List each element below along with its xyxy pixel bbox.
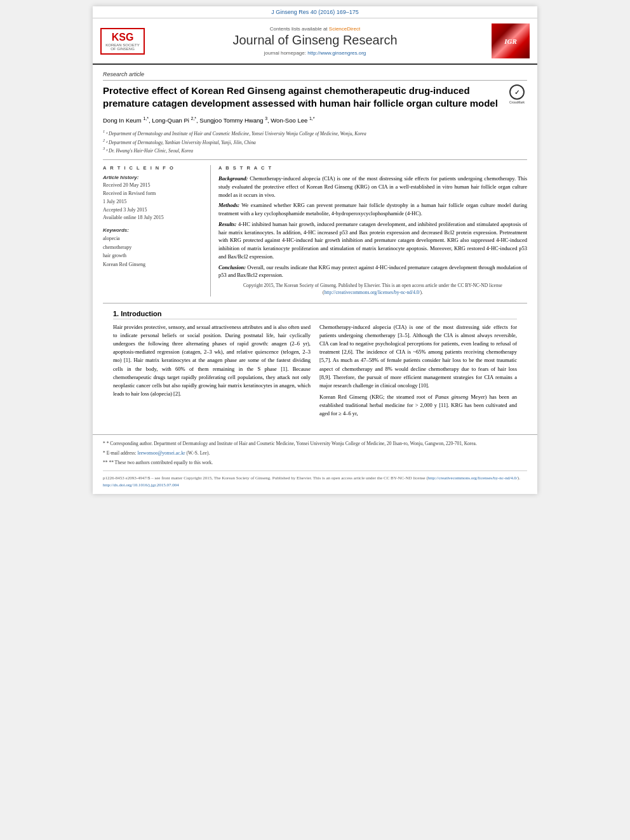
- crossmark-badge[interactable]: ✓ CrossMark: [507, 84, 527, 104]
- footnote-1: * * Corresponding author. Department of …: [103, 440, 527, 448]
- journal-ref-bar: J Ginseng Res 40 (2016) 169–175: [93, 6, 537, 18]
- pii-text: p1226-8453 e2093-4947/$ – see front matt…: [103, 475, 527, 482]
- received-date: Received 20 May 2015 Received in Revised…: [103, 182, 204, 222]
- article-type-label: Research article: [103, 71, 527, 81]
- ksg-logo: KSG KOREAN SOCIETYOF GINSENG: [100, 28, 145, 55]
- intro-col-right: Chemotherapy-induced alopecia (CIA) is o…: [319, 323, 517, 422]
- keyword-4: Korean Red Ginseng: [103, 260, 204, 269]
- logo-left: KSG KOREAN SOCIETYOF GINSENG: [100, 28, 145, 55]
- abstract-methods: Methods: We examined whether KRG can pre…: [218, 201, 527, 218]
- info-abstract-section: A R T I C L E I N F O Article history: R…: [103, 165, 527, 303]
- crossmark-label: CrossMark: [509, 100, 525, 104]
- footer-pii: p1226-8453 e2093-4947/$ – see front matt…: [103, 470, 527, 489]
- igr-logo-box: IGR: [492, 23, 530, 58]
- main-content: 1. Introduction Hair provides protective…: [103, 310, 527, 428]
- sciencedirect-link[interactable]: ScienceDirect: [329, 26, 360, 32]
- intro-para-1: Hair provides protective, sensory, and s…: [113, 323, 311, 399]
- homepage-url[interactable]: http://www.ginsengres.org: [307, 50, 366, 56]
- results-label: Results:: [218, 221, 236, 227]
- ksg-text: KSG: [104, 32, 141, 43]
- keyword-3: hair growth: [103, 251, 204, 260]
- logo-right: IGR: [485, 23, 530, 58]
- article-title: Protective effect of Korean Red Ginseng …: [103, 84, 507, 110]
- background-label: Background:: [218, 175, 248, 182]
- article-info-heading: A R T I C L E I N F O: [103, 165, 204, 171]
- journal-center: Contents lists available at ScienceDirec…: [145, 26, 485, 56]
- abstract-background: Background: Chemotherapy-induced alopeci…: [218, 175, 527, 199]
- igr-text: IGR: [504, 37, 517, 45]
- journal-ref: J Ginseng Res 40 (2016) 169–175: [271, 9, 359, 15]
- journal-title: Journal of Ginseng Research: [145, 33, 485, 48]
- affiliation-3: 3 ³ Dr. Hwang's Hair-Hair Clinic, Seoul,…: [103, 145, 527, 154]
- sciencedirect-line: Contents lists available at ScienceDirec…: [145, 26, 485, 32]
- abstract-column: A B S T R A C T Background: Chemotherapy…: [218, 165, 527, 297]
- authors-line: Dong In Keum 1,*, Long-Quan Pi 2,*, Sung…: [103, 116, 527, 124]
- keyword-2: chemotherapy: [103, 243, 204, 252]
- abstract-heading: A B S T R A C T: [218, 165, 527, 171]
- doi-text: http://dx.doi.org/10.1016/j.jgr.2015.07.…: [103, 482, 527, 489]
- cc-license-link[interactable]: http://creativecommons.org/licenses/by-n…: [325, 290, 420, 295]
- affiliations: 1 ¹ Department of Dermatology and Instit…: [103, 128, 527, 160]
- doi-link[interactable]: http://dx.doi.org/10.1016/j.jgr.2015.07.…: [103, 483, 179, 488]
- pii-cc-link[interactable]: http://creativecommons.org/licenses/by-n…: [428, 476, 518, 481]
- history-label: Article history:: [103, 175, 204, 180]
- abstract-conclusion: Conclusion: Overall, our results indicat…: [218, 263, 527, 280]
- intro-col-left: Hair provides protective, sensory, and s…: [113, 323, 311, 422]
- footnote-3: ** ** These two authors contributed equa…: [103, 459, 527, 467]
- affiliation-1: 1 ¹ Department of Dermatology and Instit…: [103, 128, 527, 137]
- intro-para-2: Chemotherapy-induced alopecia (CIA) is o…: [319, 323, 517, 390]
- intro-para-3: Korean Red Ginseng (KRG; the steamed roo…: [319, 393, 517, 418]
- ksg-subtitle: KOREAN SOCIETYOF GINSENG: [104, 43, 141, 51]
- abstract-text: Background: Chemotherapy-induced alopeci…: [218, 175, 527, 297]
- email-link[interactable]: leewonsoo@yonsei.ac.kr: [137, 450, 185, 456]
- affiliation-2: 2 ² Department of Dermatology, Yanbian U…: [103, 137, 527, 146]
- copyright-line: Copyright 2015, The Korean Society of Gi…: [218, 282, 527, 297]
- content-area: Research article Protective effect of Ko…: [93, 65, 537, 434]
- footer-section: * * Corresponding author. Department of …: [93, 434, 537, 494]
- keyword-1: alopecia: [103, 234, 204, 243]
- footnote-2: * E-mail address: leewonsoo@yonsei.ac.kr…: [103, 450, 527, 457]
- keywords-list: alopecia chemotherapy hair growth Korean…: [103, 234, 204, 269]
- keywords-label: Keywords:: [103, 227, 204, 233]
- page: J Ginseng Res 40 (2016) 169–175 KSG KORE…: [93, 6, 537, 494]
- journal-homepage: journal homepage: http://www.ginsengres.…: [145, 50, 485, 56]
- crossmark-icon: ✓: [509, 84, 525, 100]
- methods-label: Methods:: [218, 202, 239, 208]
- conclusion-label: Conclusion:: [218, 264, 246, 270]
- article-info-column: A R T I C L E I N F O Article history: R…: [103, 165, 211, 297]
- intro-section-title: 1. Introduction: [113, 310, 517, 319]
- intro-two-col: Hair provides protective, sensory, and s…: [113, 323, 517, 422]
- abstract-results: Results: 4-HC inhibited human hair growt…: [218, 220, 527, 261]
- title-row: Protective effect of Korean Red Ginseng …: [103, 84, 527, 110]
- journal-header: KSG KOREAN SOCIETYOF GINSENG Contents li…: [93, 18, 537, 65]
